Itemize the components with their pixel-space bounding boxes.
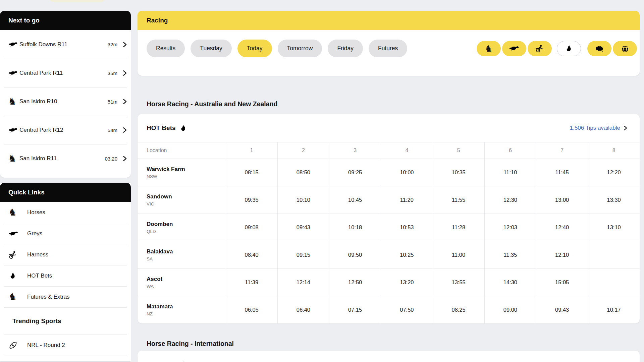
race-countdown: 03:20 [105,156,117,162]
race-time-cell[interactable]: 13:55 [433,268,484,296]
race-time-cell-empty [588,268,640,296]
hot-bets-header-row: HOT Bets [138,351,640,362]
race-time-cell[interactable]: 13:10 [588,214,640,241]
horse-icon: ♞ [8,97,19,106]
location-name: Doomben [147,221,226,228]
location-cell[interactable]: Matamata NZ [138,296,226,323]
race-time-cell[interactable]: 09:35 [226,186,277,214]
race-time-cell[interactable]: 09:50 [329,241,381,268]
race-time-cell[interactable]: 09:15 [277,241,329,268]
race-time-cell[interactable]: 09:08 [226,214,277,241]
location-cell[interactable]: Sandown VIC [138,186,226,214]
next-to-go-list: Suffolk Downs R11 32m Central Park R11 3… [0,30,131,178]
race-time-cell[interactable]: 10:10 [277,186,329,214]
quick-link-hot-bets[interactable]: HOT Bets [4,265,127,287]
hot-bets-title: HOT Bets [147,124,176,132]
race-time-cell[interactable]: 14:30 [484,268,536,296]
toggle-harness-racing-button[interactable] [528,41,552,56]
race-name: San Isidro R10 [19,98,108,105]
race-number-header: 5 [433,142,484,159]
trending-item-nrl[interactable]: NRL - Round 2 [4,335,127,356]
next-to-go-race-row[interactable]: ♞ San Isidro R10 51m [4,87,127,116]
race-time-cell[interactable]: 12:14 [277,268,329,296]
next-to-go-race-row[interactable]: Suffolk Downs R11 32m [4,30,127,59]
chevron-right-icon [123,156,127,162]
quick-link-greys[interactable]: Greys [4,223,127,244]
location-region: NZ [147,311,226,316]
race-time-cell[interactable]: 11:35 [484,241,536,268]
race-time-cell[interactable]: 08:40 [226,241,277,268]
race-time-cell[interactable]: 12:50 [329,268,381,296]
section-heading-international: Horse Racing - International [147,340,234,348]
toggle-greyhound-racing-button[interactable] [502,41,526,56]
table-header-row: Location 1 2 3 4 5 6 7 8 [138,142,640,159]
race-time-cell[interactable]: 12:30 [484,186,536,214]
greyhound-icon [509,46,520,52]
race-time-cell[interactable]: 09:43 [277,214,329,241]
location-cell[interactable]: Warwick Farm NSW [138,159,226,186]
location-region: SA [147,256,226,261]
race-time-cell[interactable]: 09:00 [484,296,536,323]
race-time-cell[interactable]: 11:00 [433,241,484,268]
date-filter-today[interactable]: Today [237,40,272,57]
race-time-cell[interactable]: 10:00 [381,159,433,186]
race-time-cell[interactable]: 13:30 [588,186,640,214]
top-cropped-element [50,0,104,2]
race-time-cell[interactable]: 06:40 [277,296,329,323]
location-cell[interactable]: Ascot WA [138,268,226,296]
next-to-go-race-row[interactable]: ♞ San Isidro R11 03:20 [4,144,127,173]
race-time-cell[interactable]: 06:05 [226,296,277,323]
next-to-go-race-row[interactable]: Central Park R12 54m [4,116,127,144]
toggle-horse-racing-button[interactable]: ♞ [477,41,501,56]
quick-link-harness[interactable]: Harness [4,244,127,265]
table-row: Balaklava SA 08:40 09:15 09:50 10:25 11:… [138,241,640,268]
race-time-cell[interactable]: 08:25 [433,296,484,323]
race-time-cell[interactable]: 10:53 [381,214,433,241]
race-time-cell[interactable]: 13:00 [536,186,588,214]
race-time-cell[interactable]: 11:20 [381,186,433,214]
greyhound-icon [8,70,19,76]
date-filter-friday[interactable]: Friday [328,40,363,57]
race-time-cell[interactable]: 08:50 [277,159,329,186]
race-time-cell[interactable]: 11:28 [433,214,484,241]
race-time-cell[interactable]: 07:50 [381,296,433,323]
flame-icon [565,45,573,53]
quick-link-futures-extras[interactable]: ♞ Futures & Extras [4,287,127,308]
date-filter-results[interactable]: Results [147,40,185,57]
race-time-cell[interactable]: 10:25 [381,241,433,268]
horse-icon: ♞ [8,292,20,302]
race-time-cell[interactable]: 10:45 [329,186,381,214]
race-time-cell[interactable]: 11:39 [226,268,277,296]
quick-link-label: Futures & Extras [27,294,70,300]
tips-available-link[interactable]: 1,506 Tips available [570,125,631,131]
next-to-go-race-row[interactable]: Central Park R11 35m [4,59,127,87]
race-time-cell[interactable]: 11:45 [536,159,588,186]
race-time-cell[interactable]: 09:43 [536,296,588,323]
toggle-hot-bets-button[interactable] [557,41,581,56]
flame-icon [179,124,187,132]
race-time-cell[interactable]: 09:25 [329,159,381,186]
race-time-cell[interactable]: 07:15 [329,296,381,323]
race-time-cell[interactable]: 11:10 [484,159,536,186]
date-filter-futures[interactable]: Futures [369,40,407,57]
race-time-cell[interactable]: 15:05 [536,268,588,296]
race-time-cell[interactable]: 10:35 [433,159,484,186]
table-row: Ascot WA 11:39 12:14 12:50 13:20 13:55 1… [138,268,640,296]
race-time-cell[interactable]: 10:17 [588,296,640,323]
date-filter-tuesday[interactable]: Tuesday [191,40,231,57]
race-time-cell[interactable]: 12:40 [536,214,588,241]
race-number-header: 8 [588,142,640,159]
location-cell[interactable]: Doomben QLD [138,214,226,241]
toggle-international-button[interactable] [613,41,637,56]
race-time-cell[interactable]: 12:03 [484,214,536,241]
toggle-australia-button[interactable] [587,41,611,56]
location-cell[interactable]: Balaklava SA [138,241,226,268]
race-time-cell[interactable]: 08:15 [226,159,277,186]
race-time-cell[interactable]: 11:55 [433,186,484,214]
race-time-cell[interactable]: 13:20 [381,268,433,296]
race-time-cell[interactable]: 12:10 [536,241,588,268]
race-time-cell[interactable]: 10:18 [329,214,381,241]
race-time-cell[interactable]: 12:20 [588,159,640,186]
quick-link-horses[interactable]: ♞ Horses [4,202,127,223]
date-filter-tomorrow[interactable]: Tomorrow [278,40,322,57]
